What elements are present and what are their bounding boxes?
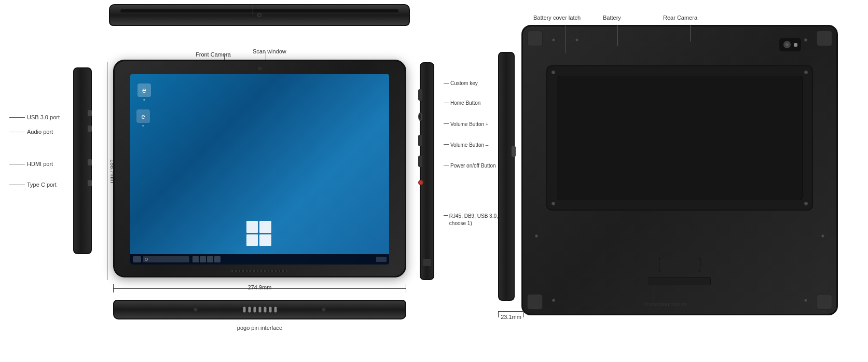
taskbar	[130, 254, 389, 264]
battery-inner	[557, 76, 803, 200]
icon-e-1-label: e	[137, 98, 151, 101]
pogo-pin-5	[264, 307, 266, 313]
width-dimension: 274.9mm	[113, 284, 406, 293]
corner-br	[817, 294, 832, 310]
protection-corner-label: Protection corner	[643, 301, 687, 307]
desktop-icon-1: e e	[137, 83, 151, 101]
custom-key-line	[444, 83, 449, 83]
left-port-typec	[88, 180, 92, 186]
tablet-front-body: e e e e	[113, 60, 406, 277]
pogo-pin-2	[248, 307, 251, 313]
pogo-pin-1	[243, 307, 245, 313]
batt-screw-1	[552, 71, 555, 74]
hdmi-port-label: HDMI port	[27, 161, 53, 167]
right-btn-custom	[418, 89, 422, 101]
battery-label: Battery	[603, 15, 621, 21]
width-tick-r	[406, 284, 406, 293]
windows-logo	[246, 221, 273, 248]
bottom-speaker	[231, 270, 288, 272]
top-camera	[257, 13, 261, 17]
right-btn-vol-down	[418, 156, 422, 167]
front-camera-dot	[258, 67, 261, 70]
screw-bl-1	[552, 298, 556, 302]
bottom-view: pogo pin interface	[113, 300, 406, 331]
left-port-usb	[88, 110, 92, 116]
right-device-body	[420, 62, 434, 280]
width-tick-l	[113, 284, 114, 293]
rear-camera-lens	[783, 41, 791, 48]
left-port-hdmi	[88, 159, 92, 165]
left-port-audio	[88, 126, 92, 132]
win-quad-1	[246, 221, 258, 233]
top-device-ridge	[120, 9, 398, 12]
screw-tr-1	[804, 38, 808, 42]
rear-flash-light	[794, 43, 797, 47]
hdmi-label-line	[9, 164, 25, 164]
screw-mid-l	[534, 234, 539, 238]
vol-minus-line	[444, 144, 449, 145]
power-btn-line	[444, 165, 449, 165]
vol-plus-label: Volume Button +	[450, 121, 489, 128]
typec-port-label-container: Type C port	[9, 182, 57, 188]
rear-side-strip	[498, 52, 515, 301]
icon-e-2: e	[136, 109, 150, 123]
win-quad-3	[246, 234, 258, 246]
taskbar-search-bar	[143, 256, 189, 262]
vol-plus-line	[444, 123, 449, 124]
right-btn-power	[418, 180, 423, 185]
left-side-view	[67, 67, 98, 259]
custom-key-container: Custom key	[444, 80, 478, 86]
rear-camera-module	[779, 38, 801, 51]
desktop-icon-2: e e	[136, 109, 150, 127]
depth-label: 23.1mm	[501, 314, 521, 320]
right-side-view	[415, 62, 438, 280]
pogo-pin-3	[253, 307, 256, 313]
batt-screw-2	[804, 71, 808, 74]
screw-tl-1	[552, 38, 556, 42]
taskbar-system-tray	[376, 257, 387, 262]
usb-port-label-container: USB 3.0 port	[9, 114, 60, 120]
right-btn-home	[418, 113, 422, 121]
page-container: Front Camera Scan window USB 3.0 port Au…	[0, 0, 868, 362]
depth-tick-r	[523, 311, 524, 317]
home-btn-line	[444, 103, 449, 103]
screw-tl-2	[575, 38, 579, 42]
win-quad-4	[259, 234, 271, 246]
audio-label-line	[9, 132, 25, 132]
bottom-dot-left	[194, 308, 198, 312]
taskbar-app-3	[207, 256, 213, 262]
vol-plus-container: Volume Button +	[444, 121, 489, 128]
battery-cover-latch-label: Battery cover latch	[533, 15, 581, 21]
pogo-pin-6	[269, 307, 271, 313]
vol-minus-container: Volume Button –	[444, 142, 488, 148]
rear-connector	[659, 258, 700, 272]
rear-connector-2	[649, 277, 711, 285]
corner-tl	[527, 31, 543, 46]
front-camera-label: Front Camera	[196, 51, 231, 58]
width-label: 274.9mm	[248, 284, 272, 290]
pogo-pin-7	[274, 307, 277, 313]
protection-corner-line	[654, 290, 654, 302]
usb-port-label: USB 3.0 port	[27, 114, 60, 120]
battery-line	[617, 25, 618, 46]
battery-cover-latch-line	[566, 25, 566, 53]
win-logo-grid	[246, 221, 271, 246]
search-icon	[145, 258, 148, 261]
icon-e-1: e	[137, 83, 151, 97]
battery-compartment	[546, 65, 813, 211]
win-quad-2	[259, 221, 271, 233]
home-btn-container: Home Button	[444, 100, 480, 106]
left-device-body	[73, 67, 92, 254]
audio-port-label-container: Audio port	[9, 129, 53, 135]
pogo-pin-label: pogo pin interface	[237, 325, 282, 331]
power-btn-label: Power on/off Button	[450, 162, 496, 169]
rear-camera-line	[690, 25, 691, 41]
depth-dimension: 23.1mm	[498, 311, 524, 327]
taskbar-app-2	[200, 256, 206, 262]
height-dimension: 188.7mm	[104, 62, 110, 280]
tray-time	[376, 257, 387, 262]
rear-main-body	[521, 25, 838, 315]
top-view	[100, 4, 419, 33]
tablet-screen: e e e e	[130, 74, 389, 264]
screw-br-1	[804, 298, 808, 302]
